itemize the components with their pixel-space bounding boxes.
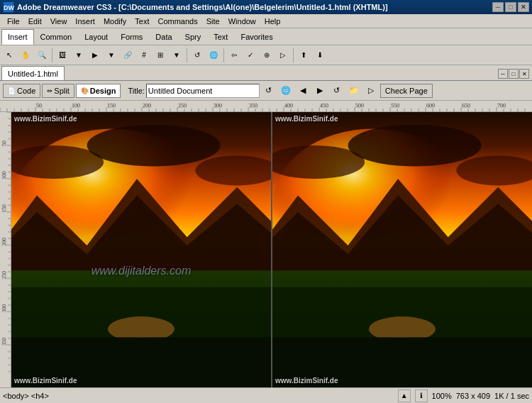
menu-window[interactable]: Window xyxy=(224,16,260,27)
close-button[interactable]: ✕ xyxy=(518,2,529,12)
landscape-svg-left xyxy=(11,112,271,387)
ruler-canvas xyxy=(0,101,532,111)
watermark-center: www.dijitalders.com xyxy=(92,265,191,277)
tool-media-dropdown[interactable]: ▼ xyxy=(104,48,119,63)
separator-3 xyxy=(223,48,224,62)
window-controls: ─ □ ✕ xyxy=(492,2,529,12)
tool-browser[interactable]: ▷ xyxy=(275,48,291,63)
statusbar: <body> <h4> ▲ ℹ 100% 763 x 409 1K / 1 se… xyxy=(0,387,532,403)
menu-file[interactable]: File xyxy=(3,16,24,27)
status-select-btn[interactable]: ▲ xyxy=(398,390,411,402)
watermark-top-left: www.BizimSinif.de xyxy=(14,115,77,123)
tool-hand[interactable]: ✋ xyxy=(18,48,33,63)
titlebar: DW Adobe Dreamweaver CS3 - [C:\Documents… xyxy=(0,0,532,14)
menubar: File Edit View Insert Modify Text Comman… xyxy=(0,14,532,28)
split-view-button[interactable]: ⇔ Split xyxy=(42,84,74,98)
ruler-vertical xyxy=(0,112,11,387)
doc-minimize[interactable]: ─ xyxy=(498,69,508,79)
refresh-button[interactable]: ↺ xyxy=(329,84,345,98)
menu-view[interactable]: View xyxy=(46,16,72,27)
check-page-button[interactable]: Check Page xyxy=(380,84,433,98)
tool-refresh[interactable]: ↺ xyxy=(189,48,205,63)
design-label: Design xyxy=(90,87,116,95)
landscape-svg-right xyxy=(272,112,532,387)
nav-forward-button[interactable]: ▶ xyxy=(312,84,328,98)
tool-zoom[interactable]: 🔍 xyxy=(34,48,50,63)
tab-insert[interactable]: Insert xyxy=(1,29,34,45)
tool-table[interactable]: ⊞ xyxy=(153,48,168,63)
breadcrumb: <body> <h4> xyxy=(3,392,395,400)
maximize-button[interactable]: □ xyxy=(505,2,516,12)
svg-point-3 xyxy=(87,125,221,167)
tool-upload[interactable]: ⬆ xyxy=(296,48,311,63)
preview-button[interactable]: ▷ xyxy=(363,84,379,98)
code-view-button[interactable]: 📄 Code xyxy=(3,84,40,98)
landscape-left: www.BizimSinif.de www.BizimSinif.de www.… xyxy=(11,112,271,387)
tab-forms[interactable]: Forms xyxy=(114,29,149,45)
tab-text[interactable]: Text xyxy=(207,29,234,45)
tab-spry[interactable]: Spry xyxy=(179,29,208,45)
image-container: www.BizimSinif.de www.BizimSinif.de www.… xyxy=(11,112,532,387)
document-tab[interactable]: Untitled-1.html xyxy=(1,66,65,80)
watermark-top-right: www.BizimSinif.de xyxy=(275,115,338,123)
doc-window-controls: ─ □ ✕ xyxy=(497,67,531,80)
design-icon: 🎨 xyxy=(81,87,89,94)
tab-favorites[interactable]: Favorites xyxy=(234,29,279,45)
menu-site[interactable]: Site xyxy=(202,16,224,27)
tab-data[interactable]: Data xyxy=(149,29,178,45)
zoom-level: 100% xyxy=(432,392,452,400)
nav-back-button[interactable]: ◀ xyxy=(295,84,311,98)
tool-table-dropdown[interactable]: ▼ xyxy=(169,48,184,63)
tool-cursor[interactable]: ↖ xyxy=(1,48,17,63)
separator-1 xyxy=(52,48,52,62)
menu-commands[interactable]: Commands xyxy=(153,16,201,27)
tool-link[interactable]: 🔗 xyxy=(120,48,135,63)
landscape-right: www.BizimSinif.de www.BizimSinif.de xyxy=(272,112,532,387)
file-manager-button[interactable]: 📁 xyxy=(346,84,362,98)
tool-download[interactable]: ⬇ xyxy=(312,48,328,63)
menu-edit[interactable]: Edit xyxy=(24,16,46,27)
status-info-btn[interactable]: ℹ xyxy=(415,390,428,402)
dimensions: 763 x 409 xyxy=(456,392,490,400)
minimize-button[interactable]: ─ xyxy=(492,2,504,12)
vertical-ruler-canvas xyxy=(0,112,11,378)
split-label: Split xyxy=(54,87,69,95)
document-tabbar: Untitled-1.html ─ □ ✕ xyxy=(0,65,532,81)
title-field-label: Title: xyxy=(128,87,144,95)
canvas-content: www.BizimSinif.de www.BizimSinif.de www.… xyxy=(11,112,532,387)
canvas-area[interactable]: www.BizimSinif.de www.BizimSinif.de www.… xyxy=(11,112,532,387)
refresh-title-button[interactable]: ↺ xyxy=(261,84,277,98)
separator-2 xyxy=(187,48,187,62)
design-view-button[interactable]: 🎨 Design xyxy=(76,84,121,98)
tool-preview[interactable]: 🌐 xyxy=(206,48,221,63)
tab-layout[interactable]: Layout xyxy=(78,29,114,45)
insert-toolbar: Insert Common Layout Forms Data Spry Tex… xyxy=(0,28,532,45)
browse-button[interactable]: 🌐 xyxy=(278,84,294,98)
menu-text[interactable]: Text xyxy=(131,16,153,27)
menu-insert[interactable]: Insert xyxy=(71,16,99,27)
tool-anchor[interactable]: # xyxy=(136,48,152,63)
code-label: Code xyxy=(17,87,35,95)
app-icon: DW xyxy=(3,1,14,13)
tool-media[interactable]: ▶ xyxy=(87,48,103,63)
tools-toolbar: ↖ ✋ 🔍 🖼 ▼ ▶ ▼ 🔗 # ⊞ ▼ ↺ 🌐 ⇦ ✓ ⊛ ▷ ⬆ ⬇ xyxy=(0,45,532,65)
tool-validate[interactable]: ⊛ xyxy=(259,48,275,63)
tool-check[interactable]: ✓ xyxy=(243,48,258,63)
menu-modify[interactable]: Modify xyxy=(99,16,131,27)
window-title: Adobe Dreamweaver CS3 - [C:\Documents an… xyxy=(17,3,492,11)
view-toolbar: 📄 Code ⇔ Split 🎨 Design Title: ↺ 🌐 ◀ ▶ ↺… xyxy=(0,81,532,101)
svg-point-15 xyxy=(348,125,482,167)
tool-code-nav[interactable]: ⇦ xyxy=(226,48,242,63)
tool-image[interactable]: 🖼 xyxy=(55,48,70,63)
split-icon: ⇔ xyxy=(47,87,52,94)
doc-close[interactable]: ✕ xyxy=(519,69,529,79)
main-area: www.BizimSinif.de www.BizimSinif.de www.… xyxy=(0,112,532,387)
title-input[interactable] xyxy=(146,84,260,98)
doc-restore[interactable]: □ xyxy=(509,69,519,79)
document-tab-title: Untitled-1.html xyxy=(8,70,58,78)
separator-4 xyxy=(293,48,294,62)
tab-common[interactable]: Common xyxy=(34,29,79,45)
tool-image-dropdown[interactable]: ▼ xyxy=(71,48,87,63)
menu-help[interactable]: Help xyxy=(260,16,285,27)
watermark-bottom-right: www.BizimSinif.de xyxy=(275,377,338,385)
